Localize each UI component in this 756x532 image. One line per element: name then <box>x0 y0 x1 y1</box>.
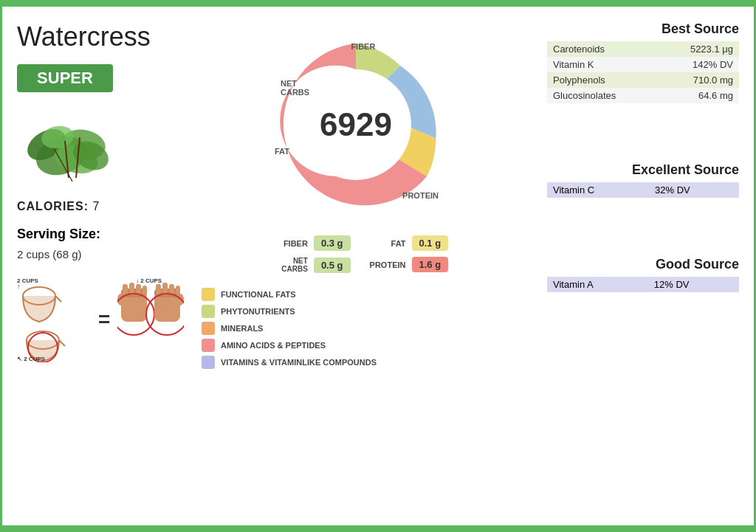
legend-label-amino-acids: AMINO ACIDS & PEPTIDES <box>221 341 326 350</box>
legend-functional-fats: FUNCTIONAL FATS <box>202 288 525 301</box>
macro-fat: FAT 0.1 g <box>362 235 449 251</box>
page-title: Watercress <box>17 21 179 52</box>
macro-protein-value: 1.6 g <box>412 257 449 272</box>
best-source-title: Best Source <box>547 21 739 37</box>
svg-rect-20 <box>123 284 128 295</box>
legend-dot-phytonutrients <box>202 305 215 318</box>
plant-image <box>17 104 135 185</box>
donut-label-fiber: FIBER <box>351 42 375 51</box>
legend-label-minerals: MINERALS <box>221 324 263 333</box>
best-source-name-0: Carotenoids <box>547 41 658 57</box>
legend-area: FUNCTIONAL FATS PHYTONUTRIENTS MINERALS … <box>187 288 525 373</box>
excellent-source-val-0: 32% DV <box>649 182 739 198</box>
macro-col-right: FAT 0.1 g PROTEIN 1.6 g <box>362 235 449 272</box>
donut-label-protein: PROTEIN <box>402 191 439 200</box>
macro-fiber-value: 0.3 g <box>314 235 351 251</box>
legend-dot-vitamins <box>202 356 215 369</box>
macros-row: FIBER 0.3 g NETCARBS 0.5 g FAT 0.1 g PRO… <box>264 235 448 273</box>
donut-label-netcarbs: NETCARBS <box>281 79 309 97</box>
legend-dot-minerals <box>202 322 215 335</box>
best-source-val-3: 64.6 mg <box>658 88 739 103</box>
serving-illustration: ↑ 2 CUPS ↖ 2 CUPS = ↓ 2 CUP <box>17 274 179 365</box>
macro-protein-label: PROTEIN <box>362 260 406 269</box>
legend-phytonutrients: PHYTONUTRIENTS <box>202 305 525 318</box>
excellent-source-row-0: Vitamin C 32% DV <box>547 182 739 198</box>
donut-label-fat: FAT <box>275 147 289 156</box>
svg-text:↓ 2 CUPS: ↓ 2 CUPS <box>136 277 162 284</box>
svg-text:2 CUPS: 2 CUPS <box>17 277 39 284</box>
best-source-row-3: Glucosinolates 64.6 mg <box>547 88 739 103</box>
macro-fiber-label: FIBER <box>264 239 308 248</box>
macro-fat-value: 0.1 g <box>412 235 449 251</box>
good-source-row-0: Vitamin A 12% DV <box>547 277 739 292</box>
calories-line: CALORIES: 7 <box>17 200 179 213</box>
donut-center-value: 6929 <box>320 106 392 143</box>
best-source-section: Best Source Carotenoids 5223.1 μg Vitami… <box>547 21 739 103</box>
best-source-table: Carotenoids 5223.1 μg Vitamin K 142% DV … <box>547 41 739 103</box>
calories-value: 7 <box>92 200 100 213</box>
super-badge: SUPER <box>17 64 113 92</box>
best-source-row-2: Polyphenols 710.0 mg <box>547 72 739 88</box>
equals-sign: = <box>98 308 110 331</box>
calories-label: CALORIES: <box>17 200 89 213</box>
legend-label-vitamins: VITAMINS & VITAMINLIKE COMPOUNDS <box>221 358 377 367</box>
best-source-val-2: 710.0 mg <box>658 72 739 88</box>
svg-line-14 <box>59 340 65 346</box>
serving-size-value: 2 cups (68 g) <box>17 248 179 260</box>
legend-label-functional-fats: FUNCTIONAL FATS <box>221 290 296 299</box>
legend-dot-functional-fats <box>202 288 215 301</box>
macro-protein: PROTEIN 1.6 g <box>362 257 449 272</box>
macro-col-left: FIBER 0.3 g NETCARBS 0.5 g <box>264 235 351 273</box>
best-source-val-0: 5223.1 μg <box>658 41 739 57</box>
best-source-name-3: Glucosinolates <box>547 88 658 103</box>
best-source-name-2: Polyphenols <box>547 72 658 88</box>
macro-fat-label: FAT <box>362 239 406 248</box>
svg-rect-28 <box>156 284 161 295</box>
macro-netcarbs: NETCARBS 0.5 g <box>264 257 351 273</box>
left-column: Watercress SUPER CALORIES: 7 Serving Si <box>17 14 179 518</box>
middle-column: 6929 FIBER NETCARBS FAT PROTEIN FIBER 0.… <box>179 14 532 518</box>
macro-netcarbs-value: 0.5 g <box>314 258 351 273</box>
svg-rect-23 <box>142 286 147 295</box>
good-source-title: Good Source <box>547 257 739 272</box>
good-source-name-0: Vitamin A <box>547 277 648 292</box>
legend-minerals: MINERALS <box>202 322 525 335</box>
legend-vitamins: VITAMINS & VITAMINLIKE COMPOUNDS <box>202 356 525 369</box>
svg-point-32 <box>176 294 184 305</box>
svg-rect-31 <box>176 286 180 295</box>
right-column: Best Source Carotenoids 5223.1 μg Vitami… <box>532 14 739 518</box>
good-source-table: Vitamin A 12% DV <box>547 277 739 292</box>
excellent-source-section: Excellent Source Vitamin C 32% DV <box>547 162 739 198</box>
excellent-source-table: Vitamin C 32% DV <box>547 182 739 198</box>
macro-fiber: FIBER 0.3 g <box>264 235 351 251</box>
good-source-val-0: 12% DV <box>648 277 739 292</box>
excellent-source-title: Excellent Source <box>547 162 739 178</box>
best-source-row-0: Carotenoids 5223.1 μg <box>547 41 739 57</box>
excellent-source-name-0: Vitamin C <box>547 182 649 198</box>
legend-amino-acids: AMINO ACIDS & PEPTIDES <box>202 339 525 352</box>
best-source-name-1: Vitamin K <box>547 57 658 72</box>
best-source-val-1: 142% DV <box>658 57 739 72</box>
best-source-row-1: Vitamin K 142% DV <box>547 57 739 72</box>
donut-chart: 6929 FIBER NETCARBS FAT PROTEIN <box>260 29 452 221</box>
legend-dot-amino-acids <box>202 339 215 352</box>
legend-label-phytonutrients: PHYTONUTRIENTS <box>221 307 295 316</box>
serving-size-label: Serving Size: <box>17 227 179 242</box>
svg-line-10 <box>55 296 61 302</box>
svg-text:↖ 2 CUPS: ↖ 2 CUPS <box>17 356 46 362</box>
good-source-section: Good Source Vitamin A 12% DV <box>547 257 739 292</box>
macro-netcarbs-label: NETCARBS <box>264 257 308 273</box>
